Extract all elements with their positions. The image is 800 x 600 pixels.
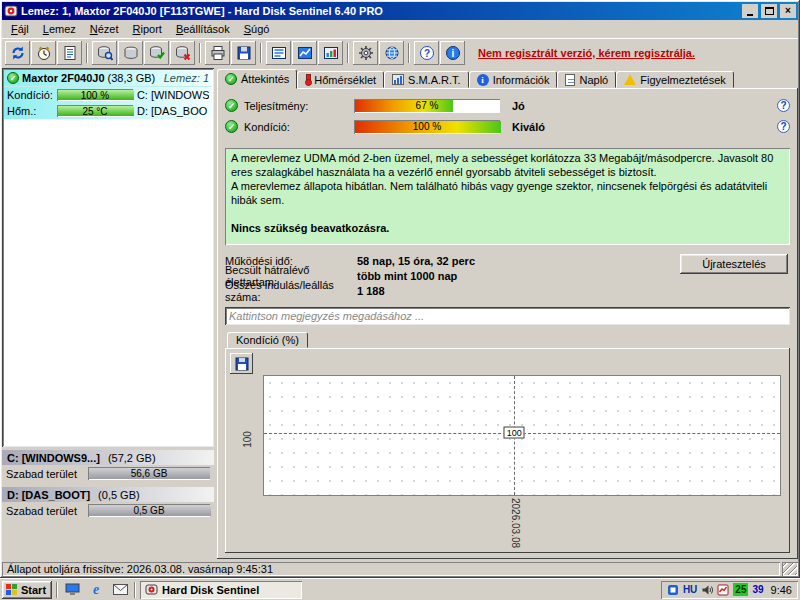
volume-icon[interactable] [701, 584, 713, 596]
tab-smart[interactable]: S.M.A.R.T. [384, 71, 469, 88]
app-icon [4, 4, 18, 18]
chart-x-tick-label: 2026.03.08 [510, 498, 521, 548]
condition-help-icon[interactable]: ? [777, 120, 790, 133]
stat-value: 1 188 [357, 285, 385, 297]
tab-overview-label: Áttekintés [241, 73, 289, 85]
disk-list: ✓ Maxtor 2F040J0 (38,3 GB) Lemez: 1 Kond… [2, 68, 214, 447]
tray-secondary-temperature[interactable]: 39 [752, 584, 763, 595]
disk-info-button[interactable] [118, 41, 143, 65]
settings-button[interactable] [353, 41, 378, 65]
language-indicator[interactable]: HU [683, 584, 697, 595]
description-paragraph-2: A merevlemez állapota hibátlan. Nem talá… [231, 179, 784, 207]
help-button[interactable]: ? [414, 41, 439, 65]
start-label: Start [21, 584, 46, 596]
disk-test-button[interactable] [144, 41, 169, 65]
quicklaunch-browser-button[interactable]: e [86, 581, 106, 598]
toolbar-separator [86, 43, 88, 63]
overview-panel: ✓ Teljesítmény: 67 % Jó ? ✓ Kondíció: [217, 88, 798, 559]
tab-alerts[interactable]: Figyelmeztetések [616, 71, 734, 88]
menu-file[interactable]: Fájl [4, 21, 36, 37]
tab-alerts-label: Figyelmeztetések [640, 74, 726, 86]
about-button[interactable]: i [440, 41, 465, 65]
close-button[interactable]: × [780, 4, 796, 18]
task-hard-disk-sentinel[interactable]: Hard Disk Sentinel [140, 581, 302, 599]
toolbar: ? i Nem regisztrált verzió, kérem regisz… [2, 38, 798, 66]
start-button[interactable]: Start [2, 581, 52, 599]
help-icon: ? [419, 45, 435, 61]
refresh-button[interactable] [5, 41, 30, 65]
tray-app-icon[interactable] [667, 584, 679, 596]
tab-temperature[interactable]: Hőmérséklet [297, 71, 384, 88]
partition-d-name: D: [DAS_BOOT] [7, 489, 90, 501]
hdsentinel-task-icon [145, 583, 158, 596]
menu-help[interactable]: Súgó [237, 21, 277, 37]
menu-settings[interactable]: Beállítások [169, 21, 237, 37]
condition-row: ✓ Kondíció: 100 % Kiváló ? [225, 116, 790, 137]
tab-information[interactable]: i Információk [469, 71, 558, 88]
menu-disk[interactable]: Lemez [36, 21, 83, 37]
partition-c[interactable]: C: [WINDOWS9...] (57,2 GB) Szabad terüle… [2, 450, 214, 482]
tab-information-label: Információk [493, 74, 550, 86]
disk-sidebar: ✓ Maxtor 2F040J0 (38,3 GB) Lemez: 1 Kond… [2, 68, 214, 559]
comment-input[interactable] [225, 307, 790, 325]
overview-panel-button[interactable] [266, 41, 291, 65]
tab-log[interactable]: Napló [557, 71, 616, 88]
print-button[interactable] [205, 41, 230, 65]
content-area: ✓ Áttekintés Hőmérséklet S.M.A.R.T. i In… [217, 68, 798, 559]
tray-monitor-icon[interactable] [717, 584, 729, 596]
app-window: Lemez: 1, Maxtor 2F040J0 [F113TGWE] - Ha… [0, 0, 800, 578]
temperature-panel-button[interactable] [292, 41, 317, 65]
register-link[interactable]: Nem regisztrált verzió, kérem regisztrál… [478, 47, 695, 59]
partition-c-free-value: 56,6 GB [88, 467, 210, 480]
save-floppy-icon [235, 357, 249, 371]
performance-help-icon[interactable]: ? [777, 99, 790, 112]
disk-temperature-label: Hőm.: [7, 105, 53, 117]
minimize-button[interactable] [742, 4, 758, 18]
log-icon [565, 74, 575, 86]
condition-value: 100 % [354, 120, 500, 134]
menu-report[interactable]: Riport [126, 21, 169, 37]
performance-panel-button[interactable] [318, 41, 343, 65]
performance-row: ✓ Teljesítmény: 67 % Jó ? [225, 95, 790, 116]
maximize-icon [765, 7, 774, 15]
disk-partition-c: C: [WINDOWS [137, 89, 209, 101]
partition-c-header: C: [WINDOWS9...] (57,2 GB) [2, 450, 214, 465]
svg-text:i: i [451, 48, 454, 59]
tray-disk-temperature[interactable]: 25 [733, 583, 748, 596]
partition-d[interactable]: D: [DAS_BOOT] (0,5 GB) Szabad terület 0,… [2, 487, 214, 519]
partition-c-free-row: Szabad terület 56,6 GB [2, 465, 214, 482]
disk-remove-button[interactable] [170, 41, 195, 65]
tab-overview[interactable]: ✓ Áttekintés [217, 69, 297, 89]
partition-c-free-bar: 56,6 GB [88, 467, 210, 480]
stat-label: Összes indulás/leállás száma: [225, 279, 357, 303]
disk-temperature-bar: 25 °C [57, 105, 133, 117]
maximize-button[interactable] [761, 4, 777, 18]
online-button[interactable] [379, 41, 404, 65]
resize-grip[interactable] [782, 562, 798, 576]
disk-search-button[interactable] [92, 41, 117, 65]
chart-tab-condition[interactable]: Kondíció (%) [227, 332, 308, 348]
menubar: Fájl Lemez Nézet Riport Beállítások Súgó [2, 20, 798, 38]
taskbar-clock[interactable]: 9:46 [771, 584, 792, 596]
main-area: ✓ Maxtor 2F040J0 (38,3 GB) Lemez: 1 Kond… [2, 66, 798, 559]
temperature-panel-icon [297, 45, 313, 61]
report-button[interactable] [57, 41, 82, 65]
report-icon [62, 45, 78, 61]
retest-button[interactable]: Újratesztelés [680, 254, 788, 274]
chart-save-button[interactable] [230, 353, 253, 374]
quicklaunch-mail-button[interactable] [110, 581, 130, 598]
scheduler-button[interactable] [31, 41, 56, 65]
disk-entry-selected[interactable]: ✓ Maxtor 2F040J0 (38,3 GB) Lemez: 1 Kond… [4, 70, 212, 119]
stat-value: több mint 1000 nap [357, 270, 457, 282]
menu-view[interactable]: Nézet [83, 21, 126, 37]
disk-entry-header: ✓ Maxtor 2F040J0 (38,3 GB) Lemez: 1 [4, 70, 212, 87]
os-taskbar: Start e Hard Disk Sentinel HU 25 39 9:46 [0, 578, 800, 600]
titlebar: Lemez: 1, Maxtor 2F040J0 [F113TGWE] - Ha… [2, 2, 798, 20]
mail-icon [113, 584, 128, 595]
quicklaunch-desktop-button[interactable] [62, 581, 82, 598]
partition-c-free-label: Szabad terület [6, 468, 84, 480]
partition-c-name: C: [WINDOWS9...] [7, 452, 100, 464]
info-icon: i [445, 45, 461, 61]
save-report-button[interactable] [231, 41, 256, 65]
performance-bar: 67 % [354, 99, 500, 113]
